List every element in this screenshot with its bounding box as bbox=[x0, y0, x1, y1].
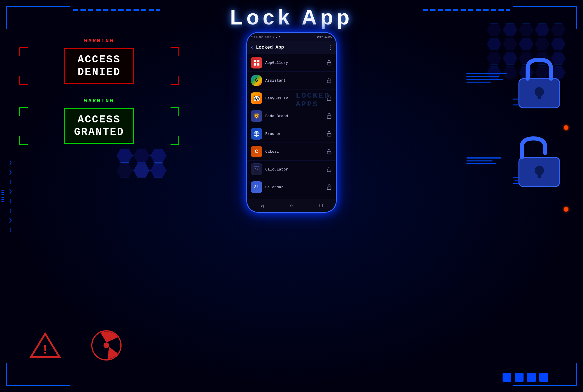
bracket-bl-green bbox=[19, 136, 28, 145]
app-icon-assistant: G bbox=[251, 75, 262, 86]
status-wifi-icon: ● bbox=[279, 36, 280, 38]
access-denied-text-box: ACCESS DENIED bbox=[64, 48, 134, 84]
svg-rect-11 bbox=[327, 116, 331, 118]
list-item[interactable]: 🐼 BabyBus TV bbox=[247, 89, 336, 107]
navigation-bar: ◁ ○ □ bbox=[247, 199, 336, 212]
tech-lines-right-lower bbox=[466, 157, 501, 164]
status-bar-right: 100+ 12:09 bbox=[317, 36, 332, 38]
bracket-tr-red bbox=[171, 47, 179, 56]
svg-rect-7 bbox=[257, 63, 259, 66]
access-denied-banner: WARNING ACCESS DENIE bbox=[17, 38, 181, 86]
red-dot-indicator bbox=[564, 207, 568, 212]
side-tick bbox=[1, 192, 4, 193]
hex-cluster-left bbox=[117, 149, 175, 177]
unlocked-lock-icon bbox=[513, 134, 566, 194]
side-deco-left bbox=[0, 0, 7, 392]
svg-rect-21 bbox=[327, 187, 331, 189]
phone-mockup: Airplane mode ✈ ▶ ● 100+ 12:09 ‹ Locked … bbox=[246, 32, 337, 213]
app-name: Bada Brand bbox=[265, 114, 323, 118]
svg-rect-17 bbox=[327, 151, 331, 154]
hex-cell bbox=[487, 38, 501, 50]
svg-rect-30 bbox=[538, 172, 541, 178]
home-nav-button[interactable]: ○ bbox=[290, 203, 293, 209]
lock-closed-icon bbox=[326, 59, 332, 66]
bracket-br-green bbox=[171, 136, 179, 145]
bracket-bl-red bbox=[19, 76, 28, 85]
svg-rect-10 bbox=[327, 98, 331, 101]
top-dash-right bbox=[423, 9, 510, 11]
side-tick bbox=[1, 197, 4, 198]
bracket-tr-green bbox=[171, 107, 179, 116]
list-item[interactable]: G Assistant bbox=[247, 72, 336, 89]
dot-indicator bbox=[527, 373, 536, 382]
chevron-icon: ❯ bbox=[9, 197, 12, 205]
hex-deco bbox=[117, 164, 133, 177]
dot-indicator bbox=[539, 373, 548, 382]
list-item[interactable]: ×÷ Calculator bbox=[247, 161, 336, 178]
back-nav-button[interactable]: ◁ bbox=[260, 203, 264, 209]
chevron-icon: ❯ bbox=[9, 207, 12, 214]
app-name: AppGallery bbox=[265, 61, 323, 65]
svg-rect-24 bbox=[538, 93, 541, 99]
app-icon-cakezz: C bbox=[251, 146, 262, 157]
status-bar-left: Airplane mode ✈ ▶ ● bbox=[251, 36, 280, 39]
chevron-icon: ❯ bbox=[9, 178, 12, 185]
back-button[interactable]: ‹ bbox=[250, 44, 254, 51]
app-icon-bada: 🦁 bbox=[251, 110, 262, 122]
lock-closed-icon bbox=[326, 77, 332, 84]
svg-rect-8 bbox=[327, 62, 331, 65]
app-name: Assistant bbox=[265, 78, 323, 83]
chevron-icon: ❯ bbox=[9, 159, 12, 166]
access-granted-text-box: ACCESS GRANTED bbox=[64, 108, 134, 144]
app-icon-calculator: ×÷ bbox=[251, 164, 262, 175]
warning-label-denied: WARNING bbox=[17, 38, 181, 44]
frame-corner-tr bbox=[513, 6, 577, 29]
chevron-icon: ❯ bbox=[9, 188, 12, 195]
lock-closed-icon bbox=[326, 95, 332, 101]
status-bar: Airplane mode ✈ ▶ ● 100+ 12:09 bbox=[247, 33, 336, 41]
svg-text:!: ! bbox=[41, 343, 49, 357]
svg-rect-5 bbox=[257, 60, 259, 62]
hex-cell bbox=[487, 23, 501, 36]
list-item[interactable]: 31 Calendar bbox=[247, 178, 336, 196]
app-name: Cakezz bbox=[265, 150, 323, 154]
lock-open-icon bbox=[326, 166, 332, 173]
access-granted-banner: WARNING ACCESS GRANT bbox=[17, 98, 181, 146]
recents-nav-button[interactable]: □ bbox=[319, 203, 323, 209]
red-dot-indicator bbox=[564, 125, 568, 130]
locked-lock-icon bbox=[513, 55, 566, 115]
hex-cell bbox=[535, 38, 549, 50]
access-denied-text: ACCESS DENIED bbox=[74, 53, 124, 78]
hex-deco bbox=[134, 149, 150, 163]
hex-deco bbox=[150, 149, 166, 163]
list-item[interactable]: C Cakezz UNLOCKEDAPPS bbox=[247, 143, 336, 161]
lock-open-icon bbox=[326, 184, 332, 190]
hex-cell bbox=[519, 38, 533, 50]
list-item[interactable]: 🦁 Bada Brand bbox=[247, 107, 336, 125]
tech-lines-right-upper bbox=[466, 73, 507, 85]
svg-rect-16 bbox=[327, 133, 331, 136]
app-name: Calendar bbox=[265, 185, 323, 189]
bracket-tl-green bbox=[19, 107, 28, 116]
menu-button[interactable]: ⋮ bbox=[328, 44, 333, 51]
list-item[interactable]: AppGallery bbox=[247, 54, 336, 72]
top-dash-left bbox=[73, 9, 160, 11]
app-list: LOCKEDAPPS AppGallery G Assistant bbox=[247, 54, 336, 199]
lock-open-icon bbox=[326, 131, 332, 137]
side-arrows-left: ❯ ❯ ❯ ❯ ❯ ❯ ❯ ❯ bbox=[9, 159, 12, 233]
warning-triangle-icon: ! bbox=[29, 331, 61, 361]
chevron-icon: ❯ bbox=[9, 217, 12, 224]
svg-rect-6 bbox=[254, 63, 256, 66]
left-panel: WARNING ACCESS DENIE bbox=[17, 38, 181, 158]
app-name: BabyBus TV bbox=[265, 96, 323, 101]
list-item[interactable]: Browser bbox=[247, 125, 336, 143]
bracket-br-red bbox=[171, 76, 179, 85]
bracket-tl-red bbox=[19, 47, 28, 56]
chevron-icon: ❯ bbox=[9, 168, 12, 176]
dot-indicator bbox=[515, 373, 524, 382]
lock-open-icon bbox=[326, 148, 332, 155]
app-header: ‹ Locked App ⋮ bbox=[247, 41, 336, 54]
app-icon-appgallery bbox=[251, 57, 262, 68]
hex-cell bbox=[487, 52, 501, 65]
svg-rect-9 bbox=[327, 80, 331, 83]
